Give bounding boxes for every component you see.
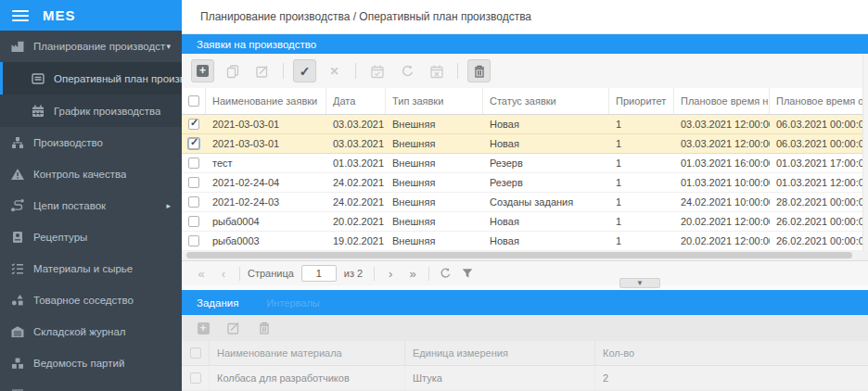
refresh-list-button[interactable] [435,267,455,280]
requests-table-header: Наименование заявки Дата Тип заявки Стат… [182,88,868,115]
schedule-cancel-button[interactable] [425,59,448,82]
sidebar-item-production[interactable]: Производство [0,127,182,158]
warehouse-icon [10,324,25,339]
trash-icon [472,64,487,79]
select-all-cell [182,341,210,365]
sidebar: MES Планирование производства ▾ Оператив… [0,0,182,391]
last-page-button[interactable]: » [402,267,423,281]
column-header-date[interactable]: Дата [326,88,386,114]
row-checkbox[interactable] [190,372,201,384]
hamburger-menu-icon[interactable] [12,10,29,21]
sidebar-item-label: Ведомость партий [33,358,124,369]
sidebar-item-supply-chains[interactable]: Цепи поставок ▸ [0,190,182,221]
batch-boxes-icon [10,356,25,371]
column-header-priority[interactable]: Приоритет [609,88,674,114]
sidebar-item-label: Цепи поставок [33,200,106,211]
sidebar-item-warehouse-journal[interactable]: Складской журнал [0,316,182,347]
task-edit-button[interactable] [223,318,244,338]
table-row[interactable]: рыба0003 19.02.2021 Внешняя Новая 1 20.0… [182,232,868,251]
task-add-button[interactable]: + [193,318,213,338]
pagination-bar: « ‹ Страница из 2 › » [182,260,868,285]
column-header-qty[interactable]: Кол-во [595,341,868,365]
edit-button[interactable] [250,59,274,82]
toolbar-separator [457,63,458,79]
table-row[interactable]: 2021-03-03-01 03.03.2021 Внешняя Новая 1… [182,115,868,134]
calendar-x-icon [429,64,444,79]
row-checkbox[interactable] [188,158,199,169]
row-checkbox[interactable] [188,216,199,227]
filter-button[interactable] [457,267,478,280]
sidebar-item-planning[interactable]: Планирование производства ▾ [0,31,182,62]
refresh-button[interactable] [395,59,418,82]
tab-tasks[interactable]: Задания [197,297,238,309]
panel-splitter[interactable]: ▼ [182,285,868,290]
plan-document-icon [31,71,45,86]
row-checkbox[interactable] [188,196,199,208]
tab-intervals[interactable]: Интервалы [266,297,319,309]
table-row[interactable]: тест 01.03.2021 Внешняя Резерв 1 01.03.2… [182,154,868,173]
task-delete-button[interactable] [254,318,274,338]
partial-icon [10,379,25,391]
vertical-scrollbar[interactable] [862,54,868,251]
column-header-status[interactable]: Статус заявки [483,88,609,114]
sidebar-item-production-schedule[interactable]: График производства [0,95,182,127]
sidebar-item-recipes[interactable]: Рецептуры [0,221,182,253]
cancel-icon: ✕ [329,65,338,78]
row-checkbox[interactable] [188,138,199,149]
edit-icon [226,321,241,335]
cancel-button[interactable]: ✕ [323,59,346,82]
sidebar-item-label: Производство [33,137,103,148]
prev-page-button[interactable]: ‹ [213,267,234,281]
column-header-end[interactable]: Плановое время о... [770,88,868,114]
column-header-name[interactable]: Наименование заявки [206,88,326,114]
mes-app: MES Планирование производства ▾ Оператив… [0,0,868,391]
sidebar-item-label: Материалы и сырье [33,263,133,274]
chevron-down-icon: ▾ [166,42,171,51]
route-icon [10,198,25,213]
horizontal-scrollbar-thumb[interactable] [186,252,852,259]
toolbar-separator [355,63,356,79]
copy-button[interactable] [221,59,244,82]
add-button[interactable]: + [191,59,214,82]
first-page-button[interactable]: « [191,267,211,281]
shapes-icon [10,293,25,308]
app-logo: MES [43,7,76,23]
collapse-panel-handle[interactable]: ▼ [619,278,660,288]
column-header-material[interactable]: Наименование материала [210,341,405,365]
main-content: Планирование производства / Оперативный … [182,0,868,391]
sidebar-item-materials[interactable]: Материалы и сырье [0,253,182,284]
row-checkbox[interactable] [188,119,199,130]
row-checkbox[interactable] [188,177,199,188]
next-page-button[interactable]: › [380,267,401,281]
select-all-checkbox[interactable] [190,347,201,359]
select-all-checkbox[interactable] [188,95,199,107]
column-header-start[interactable]: Плановое время н... [674,88,770,114]
delete-button[interactable] [467,59,491,82]
table-row[interactable]: 2021-03-03-01 03.03.2021 Внешняя Новая 1… [182,134,868,154]
table-row[interactable]: 2021-02-24-04 24.02.2021 Внешняя Резерв … [182,173,868,193]
page-number-input[interactable] [301,265,337,282]
confirm-button[interactable]: ✓ [293,59,316,82]
sidebar-item-quality-control[interactable]: Контроль качества [0,158,182,190]
sidebar-header: MES [0,0,182,31]
add-icon: + [198,322,210,334]
schedule-confirm-button[interactable] [365,59,389,82]
sidebar-item-label: Планирование производства [33,41,166,52]
table-row[interactable]: рыба0004 20.02.2021 Внешняя Новая 1 20.0… [182,212,868,232]
warning-triangle-icon [10,167,25,182]
sidebar-item-partial[interactable] [0,379,182,391]
column-header-unit[interactable]: Единица измерения [405,341,595,365]
trash-icon [257,321,272,335]
column-header-type[interactable]: Тип заявки [386,88,483,114]
collapse-icon: ▼ [636,280,644,287]
requests-toolbar: + ✓ ✕ [182,54,868,88]
table-row[interactable]: 2021-02-24-03 24.02.2021 Внешняя Созданы… [182,193,868,212]
sidebar-item-operational-plan[interactable]: Оперативный план произв... [0,62,182,95]
chevron-right-icon: ▸ [166,201,171,210]
sidebar-item-batch-register[interactable]: Ведомость партий [0,347,182,379]
row-checkbox[interactable] [188,235,199,246]
table-row[interactable]: Колбаса для разработчиков Штука 2 [182,366,868,391]
sidebar-item-product-neighborhood[interactable]: Товарное соседство [0,284,182,316]
page-label: Страница [248,268,294,279]
page-count-label: из 2 [344,268,363,279]
